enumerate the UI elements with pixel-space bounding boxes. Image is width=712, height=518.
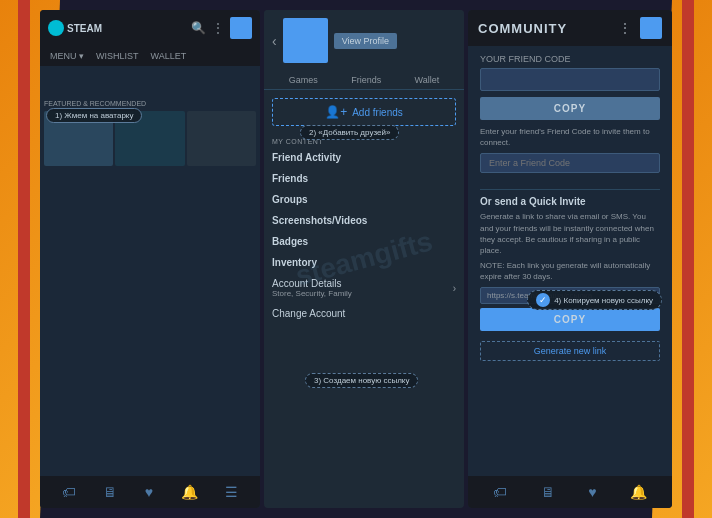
note-text: NOTE: Each link you generate will automa… [480,260,660,282]
profile-avatar [283,18,328,63]
generate-link-button[interactable]: Generate new link [480,341,660,361]
more-icon[interactable]: ⋮ [212,21,224,35]
tag-icon[interactable]: 🏷 [62,484,76,500]
friend-code-input[interactable] [480,68,660,91]
options-icon[interactable]: ⋮ [618,20,632,36]
annotation-3: 3) Создаем новую ссылку [305,373,418,388]
community-bottom-bar: 🏷 🖥 ♥ 🔔 [468,476,672,508]
view-profile-button[interactable]: View Profile [334,33,397,49]
invite-copy-button[interactable]: COPY [480,308,660,331]
menu-item-friend-activity[interactable]: Friend Activity [264,147,464,168]
heart-icon[interactable]: ♥ [145,484,153,500]
nav-wallet[interactable]: WALLET [147,48,191,64]
invite-description: Enter your friend's Friend Code to invit… [480,126,660,148]
menu-item-badges[interactable]: Badges [264,231,464,252]
friend-code-label: Your Friend Code [480,54,660,64]
left-panel: STEAM 🔍 ⋮ MENU ▾ WISHLIST WALLET FEATURE… [40,10,260,508]
menu-item-groups[interactable]: Groups [264,189,464,210]
steam-logo: STEAM [48,20,102,36]
tab-wallet[interactable]: Wallet [415,75,440,85]
add-friends-button[interactable]: 👤+ Add friends [272,98,456,126]
community-avatar [640,17,662,39]
steam-nav: MENU ▾ WISHLIST WALLET [40,46,260,66]
nav-menu[interactable]: MENU ▾ [46,48,88,64]
bell-icon[interactable]: 🔔 [181,484,198,500]
community-header: COMMUNITY ⋮ [468,10,672,46]
featured-label: FEATURED & RECOMMENDED [44,100,256,107]
annotation-2: 2) «Добавить друзей» [300,125,399,140]
gift-ribbon-left [18,0,30,518]
community-tag-icon[interactable]: 🏷 [493,484,507,500]
profile-tabs: Games Friends Wallet [264,71,464,90]
community-bell-icon[interactable]: 🔔 [630,484,647,500]
nav-wishlist[interactable]: WISHLIST [92,48,143,64]
friend-code-copy-button[interactable]: COPY [480,97,660,120]
add-icon: 👤+ [325,105,347,119]
menu-item-account[interactable]: Account Details Store, Security, Family … [264,273,464,303]
enter-friend-code-input[interactable] [480,153,660,173]
menu-item-inventory[interactable]: Inventory [264,252,464,273]
invite-description-text: Generate a link to share via email or SM… [480,211,660,256]
section-divider [480,189,660,190]
menu-item-friends[interactable]: Friends [264,168,464,189]
community-heart-icon[interactable]: ♥ [588,484,596,500]
steam-header-icons: 🔍 ⋮ [191,17,252,39]
community-content: Your Friend Code COPY Enter your friend'… [468,46,672,476]
right-panel: COMMUNITY ⋮ Your Friend Code COPY Enter … [468,10,672,508]
profile-header: ‹ View Profile [264,10,464,71]
annotation-1: 1) Жмем на аватарку [46,108,142,123]
quick-invite-label: Or send a Quick Invite [480,196,660,207]
tab-friends[interactable]: Friends [351,75,381,85]
menu-icon[interactable]: ☰ [225,484,238,500]
menu-item-screenshots[interactable]: Screenshots/Videos [264,210,464,231]
search-icon[interactable]: 🔍 [191,21,206,35]
arrow-icon: › [453,283,456,294]
gift-ribbon-right [682,0,694,518]
avatar[interactable] [230,17,252,39]
menu-item-change-account[interactable]: Change Account [264,303,464,324]
check-icon: ✓ [536,293,550,307]
community-title: COMMUNITY [478,21,567,36]
steam-logo-icon [48,20,64,36]
left-bottom-bar: 🏷 🖥 ♥ 🔔 ☰ [40,476,260,508]
monitor-icon[interactable]: 🖥 [103,484,117,500]
back-button[interactable]: ‹ [272,33,277,49]
annotation-4: ✓ 4) Копируем новую ссылку [527,290,662,310]
left-content-area: FEATURED & RECOMMENDED [40,66,260,476]
main-container: STEAM 🔍 ⋮ MENU ▾ WISHLIST WALLET FEATURE… [40,10,672,508]
community-monitor-icon[interactable]: 🖥 [541,484,555,500]
tab-games[interactable]: Games [289,75,318,85]
middle-panel: steamgifts ‹ View Profile Games Friends … [264,10,464,508]
featured-image-3 [187,111,256,166]
steam-header: STEAM 🔍 ⋮ [40,10,260,46]
